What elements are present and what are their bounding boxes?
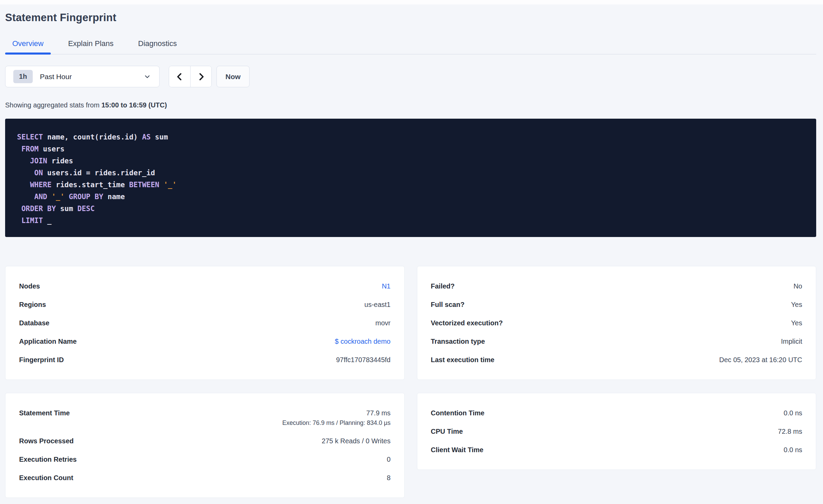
row-execution-retries: Execution Retries 0 bbox=[19, 450, 391, 469]
row-contention-time: Contention Time 0.0 ns bbox=[431, 404, 803, 422]
time-range-badge: 1h bbox=[13, 70, 33, 83]
row-fingerprint-id: Fingerprint ID 97ffc170783445fd bbox=[19, 351, 391, 369]
page-title: Statement Fingerprint bbox=[5, 12, 816, 24]
tab-overview-label: Overview bbox=[12, 39, 44, 48]
stats-line-prefix: Showing aggregated stats from bbox=[5, 101, 100, 109]
now-button[interactable]: Now bbox=[216, 66, 250, 87]
row-nodes: Nodes N1 bbox=[19, 277, 391, 295]
row-execution-count: Execution Count 8 bbox=[19, 469, 391, 487]
row-last-execution-time: Last execution time Dec 05, 2023 at 16:2… bbox=[431, 351, 803, 369]
stats-line-range: 15:00 to 16:59 (UTC) bbox=[101, 101, 167, 109]
row-full-scan: Full scan? Yes bbox=[431, 295, 803, 314]
row-database: Database movr bbox=[19, 314, 391, 332]
time-controls: 1h Past Hour Now bbox=[5, 66, 816, 87]
summary-cards-bottom: Statement Time 77.9 ms Execution: 76.9 m… bbox=[5, 393, 816, 498]
row-statement-time: Statement Time 77.9 ms Execution: 76.9 m… bbox=[19, 404, 391, 432]
statement-waits-card: Contention Time 0.0 ns CPU Time 72.8 ms … bbox=[417, 393, 817, 470]
row-regions: Regions us-east1 bbox=[19, 295, 391, 314]
row-rows-processed: Rows Processed 275 k Reads / 0 Writes bbox=[19, 432, 391, 450]
aggregated-stats-line: Showing aggregated stats from 15:00 to 1… bbox=[5, 101, 816, 109]
chevron-down-icon bbox=[144, 73, 151, 80]
row-failed: Failed? No bbox=[431, 277, 803, 295]
nodes-link[interactable]: N1 bbox=[382, 281, 391, 291]
row-vectorized-execution: Vectorized execution? Yes bbox=[431, 314, 803, 332]
time-range-dropdown[interactable]: 1h Past Hour bbox=[5, 66, 160, 87]
time-range-label: Past Hour bbox=[40, 73, 144, 81]
application-name-link[interactable]: $ cockroach demo bbox=[335, 337, 390, 346]
summary-cards-top: Nodes N1 Regions us-east1 Database movr … bbox=[5, 266, 816, 380]
row-transaction-type: Transaction type Implicit bbox=[431, 332, 803, 351]
prev-interval-button[interactable] bbox=[169, 66, 190, 87]
top-strip bbox=[0, 0, 823, 4]
row-client-wait-time: Client Wait Time 0.0 ns bbox=[431, 441, 803, 459]
chevron-right-icon bbox=[197, 72, 206, 81]
statement-attributes-card: Failed? No Full scan? Yes Vectorized exe… bbox=[417, 266, 817, 380]
tab-diagnostics[interactable]: Diagnostics bbox=[131, 39, 184, 54]
row-cpu-time: CPU Time 72.8 ms bbox=[431, 422, 803, 441]
next-interval-button[interactable] bbox=[190, 66, 211, 87]
tab-explain-plans-label: Explain Plans bbox=[68, 39, 114, 48]
time-interval-arrows bbox=[169, 66, 212, 87]
row-application-name: Application Name $ cockroach demo bbox=[19, 332, 391, 351]
sql-statement-box: SELECT name, count(rides.id) AS sum FROM… bbox=[5, 119, 816, 237]
tab-explain-plans[interactable]: Explain Plans bbox=[61, 39, 121, 54]
statement-timings-card: Statement Time 77.9 ms Execution: 76.9 m… bbox=[5, 393, 405, 498]
statement-details-card: Nodes N1 Regions us-east1 Database movr … bbox=[5, 266, 405, 380]
chevron-left-icon bbox=[175, 72, 184, 81]
statement-time-breakdown: Execution: 76.9 ms / Planning: 834.0 µs bbox=[282, 418, 391, 427]
statement-fingerprint-page: Statement Fingerprint Overview Explain P… bbox=[0, 12, 823, 498]
tab-diagnostics-label: Diagnostics bbox=[138, 39, 177, 48]
tab-overview[interactable]: Overview bbox=[5, 39, 51, 54]
tab-bar: Overview Explain Plans Diagnostics bbox=[5, 39, 816, 55]
